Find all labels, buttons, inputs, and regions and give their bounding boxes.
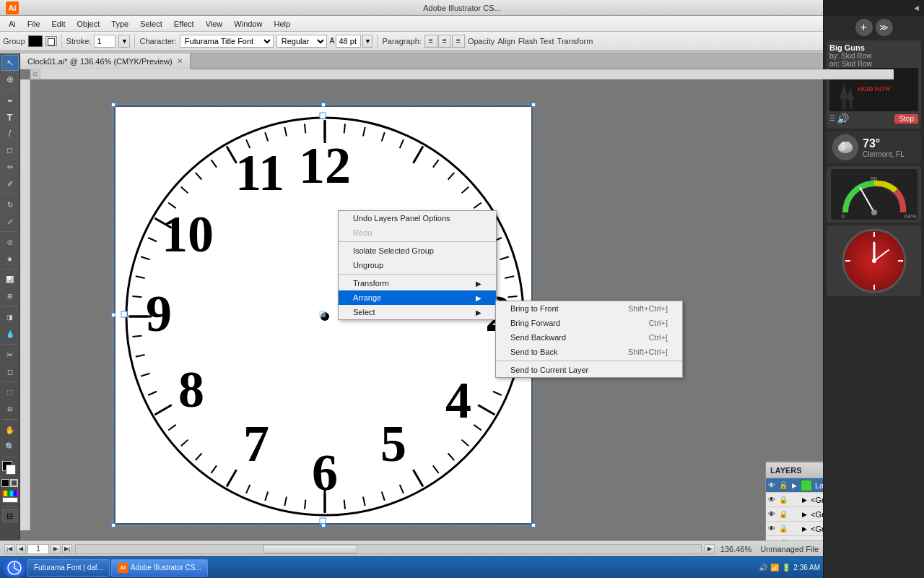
menu-ai[interactable]: Ai bbox=[3, 16, 22, 32]
group1-lock[interactable]: 🔒 bbox=[777, 493, 789, 507]
widget-arrows[interactable]: ≫ bbox=[876, 19, 893, 36]
group1-visibility[interactable]: 👁 bbox=[766, 493, 777, 507]
weather-city: Clermont, FL bbox=[863, 150, 905, 158]
color-swatches[interactable] bbox=[2, 461, 18, 475]
hand-tool[interactable]: ✋ bbox=[1, 422, 19, 438]
scale-tool[interactable]: ⤢ bbox=[1, 213, 19, 229]
ctx-send-backward[interactable]: Send Backward Ctrl+[ bbox=[496, 330, 682, 345]
ctx-isolate[interactable]: Isolate Selected Group bbox=[339, 243, 496, 258]
menu-type[interactable]: Type bbox=[105, 16, 134, 32]
group2-lock[interactable]: 🔒 bbox=[777, 507, 789, 522]
start-button[interactable] bbox=[3, 558, 26, 577]
ctx-send-to-current-layer[interactable]: Send to Current Layer bbox=[496, 363, 682, 377]
font-size-group: A ▼ bbox=[330, 35, 373, 48]
tab-close-button[interactable]: ✕ bbox=[177, 57, 183, 65]
ctx-ungroup[interactable]: Ungroup bbox=[339, 258, 496, 272]
stroke-dropdown[interactable]: ▼ bbox=[118, 35, 130, 48]
taskbar-item-illustrator[interactable]: Ai Adobe Illustrator CS... bbox=[111, 559, 208, 577]
scissors-tool[interactable]: ✂ bbox=[1, 347, 19, 363]
gradient-tool[interactable]: ◨ bbox=[1, 309, 19, 325]
layer-1-visibility[interactable]: 👁 bbox=[766, 478, 777, 493]
scroll-bar-bottom[interactable] bbox=[75, 544, 702, 554]
nav-next[interactable]: ▶ bbox=[51, 544, 61, 554]
selection-tool[interactable]: ↖ bbox=[1, 55, 19, 71]
stroke-input[interactable] bbox=[94, 35, 116, 48]
menu-object[interactable]: Object bbox=[71, 16, 105, 32]
menu-help[interactable]: Help bbox=[268, 16, 296, 32]
color-mode-btn[interactable] bbox=[2, 491, 18, 496]
eraser-tool[interactable]: ◻ bbox=[1, 363, 19, 379]
scroll-right-btn[interactable]: ▶ bbox=[705, 544, 715, 554]
menu-effect[interactable]: Effect bbox=[168, 16, 200, 32]
group3-visibility[interactable]: 👁 bbox=[766, 522, 777, 536]
nav-prev[interactable]: ◀ bbox=[16, 544, 26, 554]
group3-lock[interactable]: 🔒 bbox=[777, 522, 789, 536]
line-tool[interactable]: / bbox=[1, 126, 19, 142]
scroll-thumb-h[interactable] bbox=[263, 545, 357, 553]
ruler-left bbox=[20, 79, 30, 530]
menu-bar: Ai File Edit Object Type Select Effect V… bbox=[0, 16, 924, 32]
nav-last[interactable]: ▶| bbox=[62, 544, 72, 554]
page-input[interactable]: 1 bbox=[27, 544, 49, 554]
stroke-btn[interactable] bbox=[10, 479, 18, 487]
stroke-swatch[interactable] bbox=[45, 36, 57, 46]
system-tray: 🔊 📶 🔋 2:36 AM bbox=[759, 564, 820, 571]
shape-tool[interactable]: □ bbox=[1, 142, 19, 158]
ctx-arrange[interactable]: Arrange ▶ bbox=[339, 290, 496, 305]
ctx-bring-forward[interactable]: Bring Forward Ctrl+] bbox=[496, 316, 682, 330]
pencil-tool[interactable]: ✐ bbox=[1, 176, 19, 191]
font-size-dropdown[interactable]: ▼ bbox=[362, 35, 372, 48]
ctx-transform[interactable]: Transform ▶ bbox=[339, 276, 496, 290]
fill-btn[interactable] bbox=[1, 479, 9, 487]
type-tool[interactable]: T bbox=[1, 109, 19, 125]
pen-tool[interactable]: ✒ bbox=[1, 92, 19, 108]
ctx-bring-to-front[interactable]: Bring to Front Shift+Ctrl+] bbox=[496, 301, 682, 316]
layer-1-lock[interactable]: 🔓 bbox=[777, 478, 789, 493]
group3-expand[interactable]: ▶ bbox=[799, 522, 809, 536]
eyedropper-tool[interactable]: 💧 bbox=[1, 326, 19, 342]
symbol-tool[interactable]: ★ bbox=[1, 251, 19, 267]
music-stop-btn[interactable]: Stop bbox=[894, 114, 918, 124]
font-size-input[interactable] bbox=[336, 35, 361, 48]
font-select[interactable]: Futurama Title Font bbox=[180, 35, 274, 48]
paintbrush-tool[interactable]: ✏ bbox=[1, 159, 19, 175]
mesh-tool[interactable]: ⊞ bbox=[1, 288, 19, 304]
artboard-tool[interactable]: ⬚ bbox=[1, 384, 19, 400]
menu-view[interactable]: View bbox=[200, 16, 229, 32]
music-play-icon[interactable]: 🔊 bbox=[837, 113, 849, 124]
document-tab[interactable]: Clock01.ai* @ 136.46% (CMYK/Preview) ✕ bbox=[20, 53, 191, 69]
graph-tool[interactable]: 📊 bbox=[1, 272, 19, 288]
add-widget-btn[interactable]: + bbox=[855, 19, 873, 36]
nav-first[interactable]: |◀ bbox=[4, 544, 14, 554]
blend-tool[interactable]: ◎ bbox=[1, 234, 19, 250]
taskbar-item-futurama[interactable]: Futurama Font | daf... bbox=[27, 559, 110, 577]
ctx-send-to-back[interactable]: Send to Back Shift+Ctrl+[ bbox=[496, 345, 682, 359]
group1-expand[interactable]: ▶ bbox=[799, 493, 809, 507]
layer-1-expand[interactable]: ▶ bbox=[789, 478, 799, 493]
menu-window[interactable]: Window bbox=[228, 16, 268, 32]
zoom-tool[interactable]: 🔍 bbox=[1, 439, 19, 454]
group2-visibility[interactable]: 👁 bbox=[766, 507, 777, 522]
svg-rect-77 bbox=[320, 113, 326, 118]
style-select[interactable]: Regular bbox=[276, 35, 327, 48]
group2-expand[interactable]: ▶ bbox=[799, 507, 809, 522]
svg-rect-80 bbox=[121, 311, 127, 317]
ctx-select[interactable]: Select ▶ bbox=[339, 305, 496, 319]
menu-select[interactable]: Select bbox=[134, 16, 168, 32]
rotate-tool[interactable]: ↻ bbox=[1, 197, 19, 212]
change-screen-mode-btn[interactable]: ⊟ bbox=[2, 509, 18, 522]
align-right-btn[interactable]: ≡ bbox=[452, 35, 465, 48]
menu-file[interactable]: File bbox=[22, 16, 46, 32]
align-center-btn[interactable]: ≡ bbox=[438, 35, 451, 48]
menu-edit[interactable]: Edit bbox=[46, 16, 71, 32]
slice-tool[interactable]: ⊟ bbox=[1, 401, 19, 417]
fill-swatch[interactable] bbox=[28, 35, 43, 47]
direct-selection-tool[interactable]: ⊕ bbox=[1, 72, 19, 87]
none-mode-btn[interactable] bbox=[2, 497, 18, 503]
widgets-collapse-btn[interactable]: ◀ bbox=[911, 3, 921, 13]
widgets-add-area: + ≫ bbox=[824, 16, 924, 39]
taskbar-ai-icon: Ai bbox=[118, 563, 128, 573]
align-left-btn[interactable]: ≡ bbox=[424, 35, 437, 48]
ctx-undo[interactable]: Undo Layers Panel Options bbox=[339, 211, 496, 225]
music-menu-icon[interactable]: ☰ bbox=[829, 115, 835, 122]
